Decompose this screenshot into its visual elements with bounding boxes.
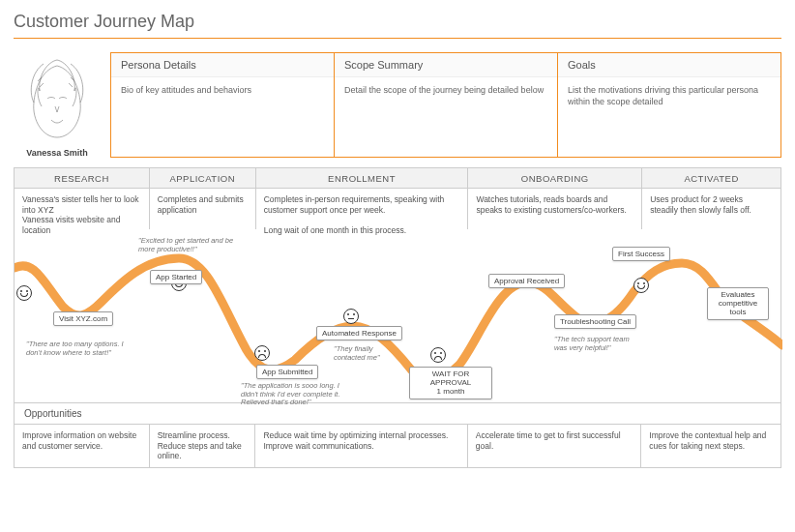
quote-research: "There are too many options. I don't kno…	[26, 340, 132, 357]
desc-application: Completes and submits application	[150, 189, 256, 229]
persona-name: Vanessa Smith	[14, 148, 101, 158]
details-head-goals: Goals	[558, 53, 780, 77]
journey-area: Visit XYZ.com App Started App Submitted …	[14, 229, 781, 403]
quote-enrollment: "They finally contacted me"	[334, 345, 392, 362]
desc-research: Vanessa's sister tells her to look into …	[15, 189, 150, 229]
phase-head-enrollment: ENROLLMENT	[256, 168, 469, 189]
phases-desc-row: Vanessa's sister tells her to look into …	[14, 189, 781, 229]
details-head-scope: Scope Summary	[335, 53, 557, 77]
emotion-sad-icon	[254, 345, 270, 361]
touchpoint-app-started: App Started	[150, 270, 202, 284]
details-body-goals: List the motivations driving this partic…	[558, 77, 780, 131]
top-row: Vanessa Smith Persona Details Bio of key…	[14, 52, 781, 158]
touchpoint-troubleshooting: Troubleshooting Call	[554, 314, 636, 329]
touchpoint-first-success: First Success	[612, 247, 670, 261]
desc-onboarding: Watches tutorials, reads boards and spea…	[468, 189, 642, 229]
emotion-happy-icon	[16, 285, 32, 301]
touchpoint-evaluates-tools: Evaluates competitive tools	[707, 287, 769, 320]
details-body-persona: Bio of key attitudes and behaviors	[111, 77, 334, 120]
quote-onboarding: "The tech support team was very helpful!…	[554, 336, 641, 352]
opp-activated: Improve the contextual help and cues for…	[641, 425, 780, 467]
details-head-persona: Persona Details	[111, 53, 334, 77]
details-col-goals: Goals List the motivations driving this …	[558, 53, 780, 157]
touchpoint-wait-line1: WAIT FOR APPROVAL	[430, 369, 472, 387]
persona-box: Vanessa Smith	[14, 52, 101, 158]
opp-application: Streamline process. Reduce steps and tak…	[150, 425, 256, 467]
phase-head-application: APPLICATION	[150, 168, 256, 189]
divider-orange	[14, 38, 781, 39]
touchpoint-automated-response: Automated Response	[316, 326, 402, 340]
opportunities-row: Improve information on website and custo…	[15, 425, 780, 467]
opp-research: Improve information on website and custo…	[15, 425, 150, 467]
details-col-scope: Scope Summary Detail the scope of the jo…	[335, 53, 558, 157]
phase-head-onboarding: ONBOARDING	[468, 168, 642, 189]
phase-head-research: RESEARCH	[15, 168, 150, 189]
emotion-neutral-icon	[343, 309, 359, 324]
details-col-persona: Persona Details Bio of key attitudes and…	[111, 53, 335, 157]
touchpoint-visit-site: Visit XYZ.com	[53, 311, 113, 326]
opportunities-box: Opportunities Improve information on web…	[14, 403, 781, 468]
quote-application-top: "Excited to get started and be more prod…	[138, 237, 245, 253]
details-grid: Persona Details Bio of key attitudes and…	[110, 52, 781, 158]
opportunities-heading: Opportunities	[15, 403, 780, 425]
opp-onboarding: Accelerate time to get to first successf…	[468, 425, 642, 467]
touchpoint-evaluates-line1: Evaluates	[721, 290, 754, 299]
touchpoint-wait-for-approval: WAIT FOR APPROVAL 1 month	[409, 367, 492, 399]
desc-enrollment: Completes in-person requirements, speaki…	[256, 189, 469, 229]
details-body-scope: Detail the scope of the journey being de…	[335, 77, 557, 120]
emotion-sad-icon	[430, 347, 446, 363]
desc-activated: Uses product for 2 weeks steadily then s…	[642, 189, 781, 229]
quote-application-bottom: "The application is sooo long. I didn't …	[241, 382, 357, 407]
persona-portrait	[18, 52, 96, 144]
touchpoint-wait-line2: 1 month	[437, 387, 465, 396]
touchpoint-evaluates-line2: competitive tools	[719, 299, 757, 316]
emotion-happy-icon	[633, 278, 649, 293]
opp-enrollment: Reduce wait time by optimizing internal …	[255, 425, 467, 467]
phases-header-row: RESEARCH APPLICATION ENROLLMENT ONBOARDI…	[14, 167, 781, 189]
touchpoint-app-submitted: App Submitted	[256, 365, 318, 379]
touchpoint-approval-received: Approval Received	[488, 274, 565, 288]
phase-head-activated: ACTIVATED	[642, 168, 781, 189]
page-title: Customer Journey Map	[14, 12, 781, 32]
